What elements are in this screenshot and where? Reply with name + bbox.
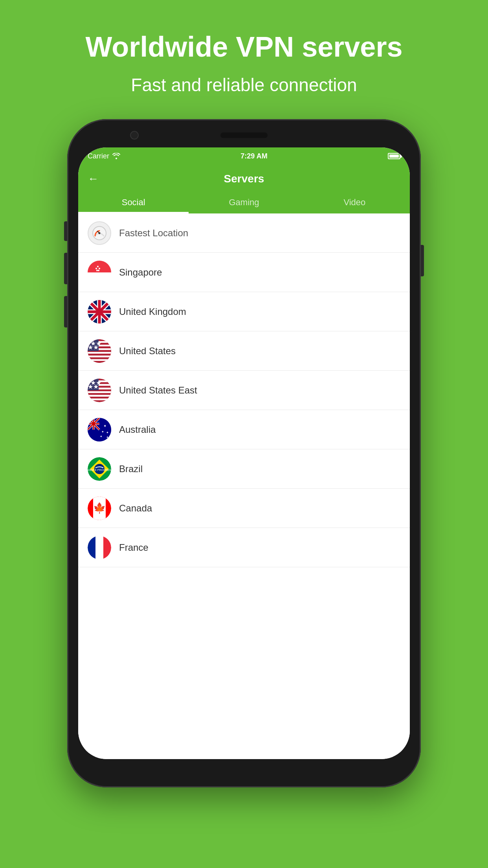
svg-rect-73 [88,536,95,559]
tabs-bar: Social Gaming Video [78,193,410,213]
tab-video[interactable]: Video [299,193,410,213]
australia-flag-svg: ✦ ✦ ✦ ✦ ✦ [88,418,111,441]
server-name-france: France [119,542,149,553]
flag-france [88,536,111,559]
svg-rect-75 [103,536,111,559]
svg-point-7 [98,270,99,271]
uk-flag-svg [88,300,111,324]
list-item[interactable]: ★★★ ★★ United States [78,331,410,371]
list-item[interactable]: ★★★ ★★ United States East [78,371,410,410]
svg-rect-28 [88,353,111,355]
app-header: ← Servers [78,165,410,193]
flag-uk [88,300,111,324]
svg-rect-32 [88,361,111,363]
list-item[interactable]: United Kingdom [78,292,410,331]
svg-rect-74 [95,536,103,559]
status-bar: Carrier 7:29 AM [78,147,410,165]
svg-text:✦: ✦ [106,436,109,439]
phone-button-left-bot [64,296,67,327]
server-name-brazil: Brazil [119,463,143,474]
phone-screen: Carrier 7:29 AM ← Se [78,147,410,759]
phone-speaker [220,132,268,138]
svg-text:🍁: 🍁 [93,502,106,514]
svg-rect-43 [88,398,111,400]
phone-button-right [421,245,424,276]
svg-point-4 [99,268,100,269]
server-name-australia: Australia [119,424,156,435]
phone-button-left-top [64,221,67,241]
svg-text:✦: ✦ [100,435,103,438]
brazil-flag-svg: ORDEM E PROGRESSO [88,457,111,481]
list-item[interactable]: ORDEM E PROGRESSO Brazil [78,449,410,489]
server-list: Fastest Location [78,213,410,759]
flag-us-east: ★★★ ★★ [88,379,111,402]
list-item[interactable]: Fastest Location [78,213,410,253]
status-time: 7:29 AM [240,152,267,160]
server-name-fastest: Fastest Location [119,228,188,239]
svg-text:★★: ★★ [88,383,99,390]
phone-button-left-mid [64,253,67,284]
list-item[interactable]: ✦ ✦ ✦ ✦ ✦ Australia [78,410,410,449]
list-item[interactable]: 🍁 Canada [78,489,410,528]
list-item[interactable]: Singapore [78,253,410,292]
page-subtitle: Fast and reliable connection [131,74,357,96]
svg-text:✦: ✦ [103,424,106,428]
svg-point-2 [99,232,101,234]
svg-rect-31 [88,359,111,361]
server-name-singapore: Singapore [119,267,162,278]
singapore-flag-detail [89,261,110,282]
phone-body: Carrier 7:29 AM ← Se [67,119,421,787]
canada-flag-svg: 🍁 [88,497,111,520]
list-item[interactable]: France [78,528,410,567]
server-name-us-east: United States East [119,385,197,396]
server-name-canada: Canada [119,503,152,514]
svg-text:ORDEM E PROGRESSO: ORDEM E PROGRESSO [88,469,111,471]
flag-australia: ✦ ✦ ✦ ✦ ✦ [88,418,111,441]
svg-point-5 [95,268,97,269]
svg-point-6 [96,270,98,271]
wifi-icon [112,153,120,159]
page-title: Worldwide VPN servers [62,31,426,63]
status-carrier: Carrier [88,152,120,160]
speedometer-icon [92,226,107,241]
svg-rect-29 [88,355,111,357]
flag-canada: 🍁 [88,497,111,520]
back-button[interactable]: ← [88,173,99,185]
france-flag-svg [88,536,111,559]
us-flag-svg: ★★★ ★★ [88,339,111,363]
svg-rect-27 [88,352,111,354]
svg-point-3 [97,266,99,267]
flag-singapore [88,261,111,284]
server-name-us: United States [119,346,176,357]
svg-text:★★: ★★ [88,344,99,351]
server-name-uk: United Kingdom [119,306,186,317]
flag-us: ★★★ ★★ [88,339,111,363]
status-battery [388,153,400,159]
flag-brazil: ORDEM E PROGRESSO [88,457,111,481]
phone-mockup: Carrier 7:29 AM ← Se [67,119,421,787]
header-title: Servers [224,173,264,185]
svg-rect-41 [88,391,111,393]
svg-text:✦: ✦ [106,431,109,434]
tab-gaming[interactable]: Gaming [189,193,299,213]
svg-rect-42 [88,395,111,397]
fastest-icon [88,221,111,245]
svg-rect-30 [88,357,111,359]
tab-social[interactable]: Social [78,193,189,213]
svg-text:✦: ✦ [101,430,104,434]
us-east-flag-svg: ★★★ ★★ [88,379,111,402]
phone-camera [130,131,139,140]
